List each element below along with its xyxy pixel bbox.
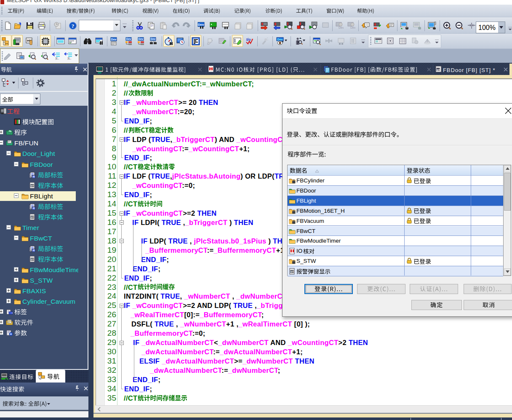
svg-text:Dev: Dev	[111, 38, 117, 41]
svg-text:Dev: Dev	[126, 37, 131, 40]
svg-text:ST: ST	[31, 216, 34, 219]
svg-text:Dev: Dev	[277, 38, 283, 41]
svg-text:ST: ST	[31, 185, 34, 187]
svg-text:Dev: Dev	[198, 23, 204, 27]
svg-text:ST: ST	[437, 69, 440, 71]
svg-text:N–: N–	[55, 57, 59, 60]
svg-text:N–: N–	[67, 57, 72, 60]
svg-text:Dev: Dev	[139, 37, 144, 40]
svg-text:Dev: Dev	[151, 37, 156, 40]
svg-text:ST: ST	[291, 270, 294, 273]
svg-text:Dev: Dev	[350, 26, 355, 29]
svg-text:I/o: I/o	[246, 37, 251, 42]
svg-text:?: ?	[72, 23, 75, 29]
svg-text:Dev: Dev	[339, 26, 344, 29]
svg-text:ST: ST	[31, 258, 34, 261]
